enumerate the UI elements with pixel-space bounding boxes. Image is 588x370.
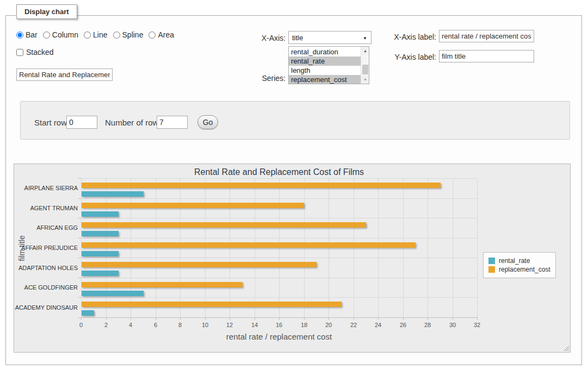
- gridline: [279, 178, 280, 317]
- x-tick-label: 22: [344, 322, 363, 328]
- bar-rental_rate[interactable]: [82, 191, 144, 197]
- bar-rental_rate[interactable]: [82, 231, 119, 236]
- series-listbox[interactable]: rental_durationrental_ratelengthreplacem…: [288, 46, 369, 84]
- series-listbox-items: rental_durationrental_ratelengthreplacem…: [289, 47, 361, 84]
- chart-type-radio-line[interactable]: [84, 32, 91, 39]
- chart-type-option-area[interactable]: Area: [148, 30, 174, 39]
- gridline: [403, 178, 404, 317]
- series-option-rental_duration[interactable]: rental_duration: [289, 47, 361, 57]
- gridline: [180, 178, 181, 317]
- bar-replacement_cost[interactable]: [82, 302, 342, 307]
- gridline: [131, 178, 131, 317]
- scrollbar-thumb[interactable]: [362, 65, 368, 74]
- start-row-label: Start row:: [34, 118, 69, 127]
- gridline: [106, 178, 107, 317]
- chart-title-input[interactable]: [16, 68, 113, 81]
- stacked-checkbox[interactable]: [16, 49, 23, 56]
- bar-rental_rate[interactable]: [82, 291, 144, 296]
- gridline: [81, 278, 477, 278]
- stacked-option[interactable]: Stacked: [16, 48, 54, 57]
- x-axis-label-caption: X-Axis label:: [381, 33, 436, 41]
- bar-replacement_cost[interactable]: [82, 203, 304, 208]
- arrow-down-icon[interactable]: ▼: [361, 76, 369, 84]
- bar-rental_rate[interactable]: [82, 271, 119, 276]
- chart-container: Rental Rate and Replacement Cost of Film…: [14, 164, 571, 353]
- axis-tick: [78, 297, 81, 298]
- axis-tick: [78, 238, 81, 239]
- gridline: [81, 198, 477, 199]
- x-tick-label: 12: [220, 322, 239, 328]
- bar-replacement_cost[interactable]: [82, 222, 366, 228]
- gridline: [255, 178, 255, 317]
- category-label: ACADEMY DINOSAUR: [14, 304, 78, 311]
- chart-plot-area: [81, 178, 477, 317]
- gridline: [304, 178, 305, 317]
- category-label: ACE GOLDFINGER: [14, 284, 78, 291]
- chart-type-option-column[interactable]: Column: [43, 30, 78, 39]
- x-tick-label: 20: [319, 322, 338, 328]
- legend-label: rental_rate: [499, 257, 530, 265]
- gridline: [156, 178, 156, 317]
- bar-rental_rate[interactable]: [82, 310, 94, 316]
- x-axis-select[interactable]: title ▼: [288, 31, 372, 44]
- chart-type-label: Line: [93, 30, 107, 39]
- x-tick-label: 24: [369, 322, 387, 328]
- gridline: [477, 178, 478, 317]
- num-rows-input[interactable]: [157, 116, 188, 129]
- series-option-length[interactable]: length: [289, 66, 361, 75]
- series-listbox-label: Series:: [234, 74, 286, 83]
- x-axis-label-input[interactable]: [439, 30, 534, 42]
- chart-type-option-spline[interactable]: Spline: [113, 30, 144, 39]
- gridline: [81, 178, 82, 317]
- bar-replacement_cost[interactable]: [82, 242, 416, 248]
- y-axis-label-input[interactable]: [439, 50, 534, 62]
- legend-item-rental_rate[interactable]: rental_rate: [488, 257, 550, 265]
- listbox-scrollbar[interactable]: ▲ ▼: [361, 47, 369, 84]
- bar-rental_rate[interactable]: [82, 251, 119, 256]
- start-row-input[interactable]: [66, 116, 97, 129]
- x-tick-label: 18: [295, 322, 313, 328]
- go-button[interactable]: Go: [197, 115, 218, 129]
- category-label: AFFAIR PREJUDICE: [14, 244, 78, 251]
- gridline: [81, 218, 477, 218]
- bar-rental_rate[interactable]: [82, 211, 119, 217]
- legend-swatch-icon: [488, 258, 495, 264]
- axis-tick: [78, 178, 81, 179]
- chart-type-label: Bar: [26, 30, 38, 39]
- num-rows-label: Number of rows:: [105, 118, 165, 127]
- stacked-label: Stacked: [26, 48, 54, 57]
- x-axis-selected-value: title: [292, 34, 303, 42]
- resize-grip-icon[interactable]: [563, 345, 569, 351]
- chart-type-label: Column: [52, 30, 78, 39]
- chart-type-radio-area[interactable]: [148, 32, 156, 39]
- gridline: [230, 178, 230, 317]
- row-range-panel: Start row: Number of rows: Go: [20, 101, 570, 140]
- chart-type-label: Spline: [122, 30, 144, 39]
- x-tick-label: 2: [97, 322, 115, 328]
- chart-legend: rental_ratereplacement_cost: [483, 252, 556, 278]
- chart-type-option-bar[interactable]: Bar: [16, 30, 38, 39]
- gridline: [428, 178, 428, 317]
- bar-replacement_cost[interactable]: [82, 262, 317, 267]
- category-label: AGENT TRUMAN: [14, 205, 78, 211]
- series-option-rental_rate[interactable]: rental_rate: [289, 57, 361, 66]
- gridline: [205, 178, 206, 317]
- chart-type-radio-spline[interactable]: [113, 32, 120, 39]
- arrow-up-icon[interactable]: ▲: [361, 47, 369, 55]
- display-chart-legend: Display chart: [16, 4, 77, 19]
- x-tick-label: 32: [468, 322, 486, 328]
- axis-tick: [78, 198, 81, 199]
- gridline: [329, 178, 329, 317]
- chart-type-option-line[interactable]: Line: [84, 30, 107, 39]
- chart-type-radio-bar[interactable]: [16, 32, 23, 39]
- gridline: [81, 258, 477, 258]
- gridline: [453, 178, 453, 317]
- x-tick-label: 30: [443, 322, 462, 328]
- legend-item-replacement_cost[interactable]: replacement_cost: [488, 266, 550, 273]
- chart-type-radio-column[interactable]: [43, 32, 50, 39]
- legend-swatch-icon: [488, 266, 495, 273]
- gridline: [354, 178, 354, 317]
- bar-replacement_cost[interactable]: [82, 282, 243, 287]
- series-option-replacement_cost[interactable]: replacement_cost: [289, 75, 361, 84]
- bar-replacement_cost[interactable]: [82, 183, 441, 188]
